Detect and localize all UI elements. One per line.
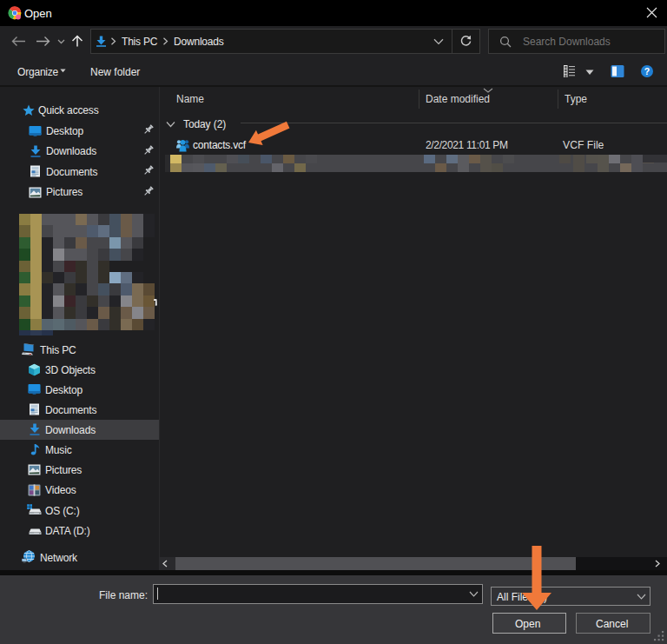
svg-text:?: ?	[644, 66, 650, 76]
